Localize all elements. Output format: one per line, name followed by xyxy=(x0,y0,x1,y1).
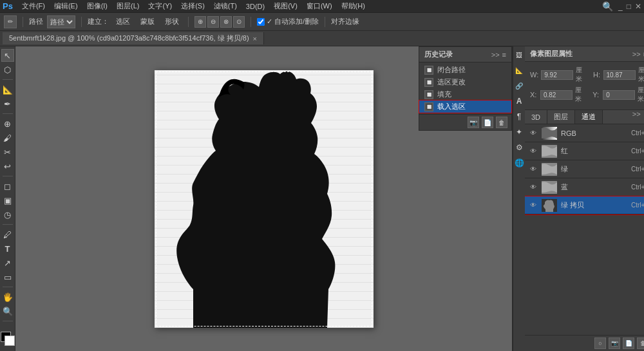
channel-row-red[interactable]: 👁 红 Ctrl+3 xyxy=(525,142,644,160)
build-shape-btn[interactable]: 形状 xyxy=(162,15,182,28)
path-op-icon-4[interactable]: ⊙ xyxy=(233,16,245,28)
channel-row-blue[interactable]: 👁 蓝 Ctrl+5 xyxy=(525,178,644,196)
tool-eraser[interactable]: ◻ xyxy=(1,180,14,193)
history-new-snapshot[interactable]: 📷 xyxy=(468,117,479,128)
path-select[interactable]: 路径 xyxy=(47,15,75,28)
menu-edit[interactable]: 编辑(E) xyxy=(50,1,82,12)
menu-select[interactable]: 选择(S) xyxy=(177,1,209,12)
tool-hand[interactable]: 🖐 xyxy=(1,290,14,303)
channel-eye-blue[interactable]: 👁 xyxy=(529,183,538,192)
tool-path-select[interactable]: ↗ xyxy=(1,256,14,269)
tab-channels[interactable]: 通道 xyxy=(575,110,603,124)
channel-save-selection[interactable]: 📷 xyxy=(609,337,620,349)
channel-eye-rgb[interactable]: 👁 xyxy=(529,129,538,138)
history-item-2[interactable]: 🔲 填充 xyxy=(419,88,511,100)
history-item-icon-1: 🔲 xyxy=(424,78,433,87)
channel-delete[interactable]: 🗑 xyxy=(637,337,644,349)
tool-dodge[interactable]: ◷ xyxy=(1,208,14,221)
side-icon-star[interactable]: ✦ xyxy=(513,126,525,138)
history-panel-expand[interactable]: >> xyxy=(491,51,500,59)
tool-clone[interactable]: ✂ xyxy=(1,146,14,158)
side-icon-link[interactable]: 🔗 xyxy=(513,80,525,91)
tool-lasso[interactable]: ⬡ xyxy=(1,63,14,76)
close-button[interactable]: ✕ xyxy=(635,2,641,11)
search-icon[interactable]: 🔍 xyxy=(602,1,613,12)
auto-add-check[interactable]: ✓ 自动添加/删除 xyxy=(257,17,319,26)
channel-eye-green-copy[interactable]: 👁 xyxy=(529,201,538,210)
color-swatches xyxy=(1,332,15,348)
tool-zoom[interactable]: 🔍 xyxy=(1,305,14,318)
channel-eye-red[interactable]: 👁 xyxy=(529,147,538,156)
tool-sep-2 xyxy=(3,113,13,114)
menu-window[interactable]: 窗口(W) xyxy=(303,1,336,12)
menu-filter[interactable]: 滤镜(T) xyxy=(210,1,241,12)
tool-healing[interactable]: ⊕ xyxy=(1,117,14,130)
maximize-button[interactable]: □ xyxy=(627,2,631,11)
history-create-document[interactable]: 📄 xyxy=(482,117,493,128)
document-tab[interactable]: 5entbmrft1k28.jpg @ 100% (cd9a012073a8c7… xyxy=(3,32,264,44)
menu-layer[interactable]: 图层(L) xyxy=(113,1,143,12)
tab-3d[interactable]: 3D xyxy=(525,110,547,124)
history-item-1[interactable]: 🔲 选区更改 xyxy=(419,76,511,88)
channels-actions: ○ 📷 📄 🗑 xyxy=(525,335,644,351)
props-y-input[interactable] xyxy=(603,90,635,100)
tool-eyedropper[interactable]: ✒ xyxy=(1,97,14,110)
props-x-input[interactable] xyxy=(540,90,573,100)
tool-text[interactable]: T xyxy=(1,242,14,255)
side-icon-adjust[interactable]: 📐 xyxy=(513,64,525,76)
minimize-button[interactable]: _ xyxy=(618,2,623,11)
build-label: 建立： xyxy=(88,17,109,26)
right-content: 像素图层属性 >> ≡ W: 厘米 H: xyxy=(525,46,644,351)
channel-shortcut-rgb: Ctrl+2 xyxy=(631,129,644,137)
menu-3d[interactable]: 3D(D) xyxy=(242,2,269,11)
menu-text[interactable]: 文字(Y) xyxy=(144,1,176,12)
tab-layers[interactable]: 图层 xyxy=(547,110,575,124)
channel-row-green[interactable]: 👁 绿 Ctrl+4 xyxy=(525,160,644,178)
channel-row-rgb[interactable]: 👁 RGB Ctrl+2 xyxy=(525,124,644,142)
history-delete[interactable]: 🗑 xyxy=(496,117,507,128)
side-icon-para[interactable]: ¶ xyxy=(513,111,525,122)
tool-pen[interactable]: 🖊 xyxy=(1,228,14,241)
tool-gradient[interactable]: ▣ xyxy=(1,194,14,207)
path-op-icon-3[interactable]: ⊗ xyxy=(220,16,232,28)
channel-name-blue: 蓝 xyxy=(561,182,627,192)
side-icon-gear[interactable]: ⚙ xyxy=(513,142,525,153)
tab-close-btn[interactable]: × xyxy=(253,35,257,43)
tool-history-brush[interactable]: ↩ xyxy=(1,160,14,173)
tool-sep-6 xyxy=(3,321,13,321)
channels-expand[interactable]: >> xyxy=(630,110,643,124)
path-label: 路径 xyxy=(29,17,43,26)
build-mask-btn[interactable]: 蒙版 xyxy=(137,15,158,28)
path-op-icon-2[interactable]: ⊖ xyxy=(207,16,219,28)
channel-eye-green[interactable]: 👁 xyxy=(529,165,538,174)
menu-file[interactable]: 文件(F) xyxy=(18,1,49,12)
channel-new[interactable]: 📄 xyxy=(623,337,634,349)
menu-image[interactable]: 图像(I) xyxy=(83,1,111,12)
history-item-3[interactable]: 🔲 载入选区 xyxy=(419,100,511,113)
side-icon-globe[interactable]: 🌐 xyxy=(513,157,525,169)
history-list: 🔲 闭合路径 🔲 选区更改 🔲 填充 🔲 载入选区 xyxy=(419,62,511,114)
side-icon-image[interactable]: 🖼 xyxy=(513,49,525,61)
props-w-input[interactable] xyxy=(541,70,573,80)
history-panel-menu[interactable]: ≡ xyxy=(502,51,506,59)
channel-row-green-copy[interactable]: 👁 绿 拷贝 Ctrl+6 xyxy=(525,196,644,214)
props-expand[interactable]: >> xyxy=(632,50,641,58)
side-icon-A[interactable]: A xyxy=(513,95,525,107)
history-item-0[interactable]: 🔲 闭合路径 xyxy=(419,64,511,76)
path-op-icon-1[interactable]: ⊕ xyxy=(194,16,206,28)
side-icon-strip: 🖼 📐 🔗 A ¶ ✦ ⚙ 🌐 xyxy=(513,46,525,351)
channel-load-selection[interactable]: ○ xyxy=(594,337,606,349)
background-color[interactable] xyxy=(5,336,15,346)
tool-shape[interactable]: ▭ xyxy=(1,270,14,283)
props-w-unit: 厘米 xyxy=(576,66,585,84)
right-panel-inner: 🖼 📐 🔗 A ¶ ✦ ⚙ 🌐 像素图层属性 >> ≡ xyxy=(513,46,644,351)
menu-view[interactable]: 视图(V) xyxy=(270,1,301,12)
tool-move[interactable]: ↖ xyxy=(1,49,14,62)
menu-help[interactable]: 帮助(H) xyxy=(337,1,369,12)
tool-brush[interactable]: 🖌 xyxy=(1,131,14,144)
tool-crop[interactable]: 📐 xyxy=(1,83,14,96)
props-h-input[interactable] xyxy=(603,70,636,80)
build-select-btn[interactable]: 选区 xyxy=(113,15,133,28)
fg-bg-colors[interactable] xyxy=(1,332,15,346)
history-item-label-3: 载入选区 xyxy=(437,102,466,111)
